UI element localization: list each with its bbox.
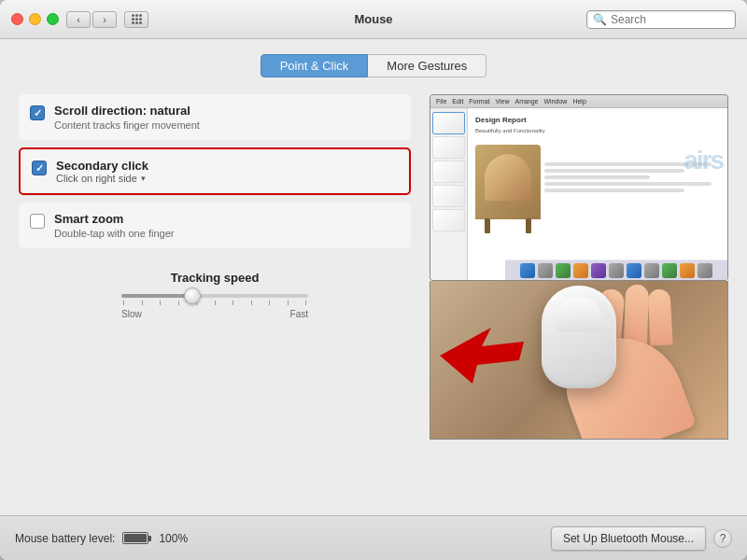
fullscreen-button[interactable] xyxy=(47,13,59,25)
scroll-direction-checkbox[interactable] xyxy=(30,105,45,120)
back-button[interactable]: ‹ xyxy=(66,11,91,28)
airs-watermark: airs xyxy=(684,146,723,175)
battery-label: Mouse battery level: xyxy=(15,532,115,545)
nav-buttons: ‹ › xyxy=(66,11,117,28)
smart-zoom-desc: Double-tap with one finger xyxy=(54,228,174,239)
battery-section: Mouse battery level: 100% xyxy=(15,532,188,545)
titlebar: ‹ › Mouse 🔍 xyxy=(0,0,747,39)
slider-slow-label: Slow xyxy=(121,309,142,319)
text-line xyxy=(544,182,712,186)
tabs-container: Point & Click More Gestures xyxy=(19,54,728,77)
tab-point-click[interactable]: Point & Click xyxy=(261,54,369,77)
battery-body xyxy=(122,532,148,544)
dock-icon xyxy=(644,263,659,278)
finger-2 xyxy=(624,285,649,346)
chair-leg-2 xyxy=(526,218,531,233)
screen-content-area: Design Report Beautifully and Functional… xyxy=(430,108,727,280)
dock-icon xyxy=(591,263,606,278)
screen-thumb-1 xyxy=(432,112,465,134)
chair-illustration xyxy=(475,145,541,219)
screen-heading: Design Report xyxy=(475,116,720,124)
dock-icon xyxy=(698,263,712,278)
magic-mouse xyxy=(542,286,616,388)
smart-zoom-text: Smart zoom Double-tap with one finger xyxy=(54,212,174,239)
tracking-label: Tracking speed xyxy=(171,271,260,285)
bluetooth-setup-button[interactable]: Set Up Bluetooth Mouse... xyxy=(551,526,706,551)
secondary-click-setting: Secondary click Click on right side ▾ xyxy=(19,147,411,195)
secondary-click-dropdown-label: Click on right side xyxy=(56,173,137,184)
right-panel: File Edit Format View Arrange Window Hel… xyxy=(430,94,728,515)
bottom-right: Set Up Bluetooth Mouse... ? xyxy=(551,526,732,551)
chevron-down-icon: ▾ xyxy=(141,174,146,183)
screen-thumb-3 xyxy=(432,161,465,183)
dock-icon xyxy=(680,263,695,278)
screen-mockup: File Edit Format View Arrange Window Hel… xyxy=(430,94,728,281)
scroll-direction-text: Scroll direction: natural Content tracks… xyxy=(54,104,200,131)
screen-menu-item: Arrange xyxy=(515,98,539,105)
scroll-direction-desc: Content tracks finger movement xyxy=(54,119,200,131)
screen-subheading: Beautifully and Functionality xyxy=(475,128,720,133)
chair-leg-1 xyxy=(485,218,490,233)
secondary-click-text: Secondary click Click on right side ▾ xyxy=(56,159,148,184)
screen-menubar: File Edit Format View Arrange Window Hel… xyxy=(430,95,727,108)
secondary-click-dropdown[interactable]: Click on right side ▾ xyxy=(56,173,148,184)
tracking-slider-thumb[interactable] xyxy=(184,287,201,304)
finger-3 xyxy=(647,288,672,345)
svg-marker-0 xyxy=(440,328,524,384)
content-area: Point & Click More Gestures Scroll direc… xyxy=(0,39,747,515)
search-icon: 🔍 xyxy=(593,13,607,26)
slider-labels: Slow Fast xyxy=(121,309,308,319)
dock-icon xyxy=(538,263,553,278)
secondary-click-title: Secondary click xyxy=(56,159,148,173)
screen-menu-item: Edit xyxy=(452,98,463,105)
text-line xyxy=(544,189,684,192)
text-line xyxy=(544,175,650,179)
scroll-direction-setting: Scroll direction: natural Content tracks… xyxy=(19,94,411,140)
left-panel: Scroll direction: natural Content tracks… xyxy=(19,94,411,515)
search-input[interactable] xyxy=(611,13,729,26)
grid-menu-button[interactable] xyxy=(124,11,148,28)
traffic-lights xyxy=(11,13,59,25)
minimize-button[interactable] xyxy=(29,13,41,25)
forward-button[interactable]: › xyxy=(92,11,117,28)
screen-page-content: Design Report Beautifully and Functional… xyxy=(468,108,727,280)
titlebar-left: ‹ › xyxy=(11,11,148,28)
screen-thumb-5 xyxy=(432,209,465,231)
screen-menu-item: File xyxy=(436,98,446,105)
search-box[interactable]: 🔍 xyxy=(586,10,736,29)
slider-ticks xyxy=(121,301,308,305)
screen-main: Design Report Beautifully and Functional… xyxy=(468,108,727,280)
secondary-click-checkbox[interactable] xyxy=(32,161,47,175)
dock-icon xyxy=(573,263,588,278)
help-button[interactable]: ? xyxy=(713,529,732,548)
smart-zoom-setting: Smart zoom Double-tap with one finger xyxy=(19,203,411,248)
smart-zoom-checkbox[interactable] xyxy=(30,214,45,229)
tracking-section: Tracking speed Slow xyxy=(19,271,411,319)
tracking-slider-track[interactable] xyxy=(121,294,308,298)
dock-icon xyxy=(662,263,677,278)
text-line xyxy=(544,169,684,173)
slider-fast-label: Fast xyxy=(290,309,308,319)
red-arrow-icon xyxy=(440,328,524,393)
screen-menu-item: Window xyxy=(543,98,567,105)
tab-more-gestures[interactable]: More Gestures xyxy=(368,54,486,77)
bottom-bar: Mouse battery level: 100% Set Up Bluetoo… xyxy=(0,515,747,560)
main-window: ‹ › Mouse 🔍 Point & Click More Gestures xyxy=(0,0,747,560)
screen-menu-item: Help xyxy=(572,98,585,105)
dock-icon xyxy=(627,263,641,278)
screen-thumb-2 xyxy=(432,136,465,159)
screen-menu-item: View xyxy=(496,98,510,105)
battery-percent: 100% xyxy=(159,532,188,545)
mouse-hand-area xyxy=(430,281,728,440)
dock-icon xyxy=(556,263,571,278)
battery-tip xyxy=(148,536,151,541)
window-title: Mouse xyxy=(354,12,392,26)
dock-icon xyxy=(609,263,624,278)
screen-inner: File Edit Format View Arrange Window Hel… xyxy=(430,95,727,280)
close-button[interactable] xyxy=(11,13,23,25)
screen-sidebar xyxy=(430,108,468,280)
screen-menu-item: Format xyxy=(469,98,489,105)
screen-thumb-4 xyxy=(432,185,465,207)
scroll-direction-title: Scroll direction: natural xyxy=(54,104,200,118)
battery-icon xyxy=(122,532,151,544)
